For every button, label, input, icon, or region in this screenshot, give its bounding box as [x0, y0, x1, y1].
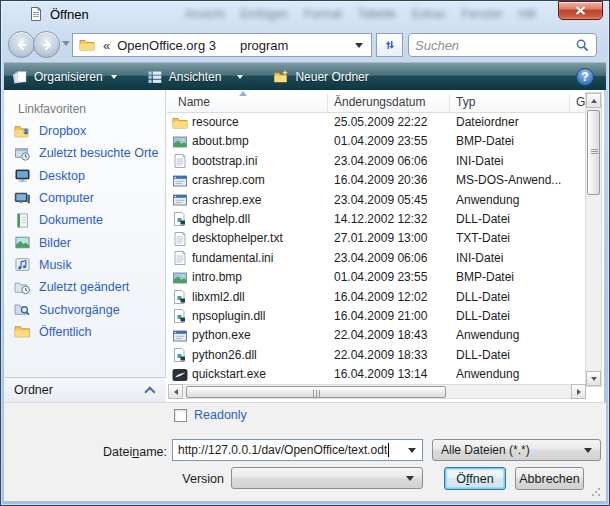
version-dropdown-button[interactable]	[402, 468, 418, 488]
sidebar-item-label: Desktop	[39, 169, 85, 183]
sidebar-item-searches[interactable]: Suchvorgänge	[4, 298, 165, 320]
filename-input[interactable]: http://127.0.0.1/dav/OpenOffice/text.odt	[172, 439, 423, 461]
vertical-scroll-thumb[interactable]	[587, 110, 600, 195]
organize-dropdown-icon	[111, 75, 117, 79]
filetype-dropdown-button[interactable]	[580, 440, 596, 460]
close-button[interactable]	[558, 1, 603, 20]
quickstart-icon	[172, 367, 188, 383]
sidebar-item-dropbox[interactable]: Dropbox	[4, 120, 165, 142]
file-rows: resource25.05.2009 22:22Dateiordnerabout…	[167, 113, 585, 384]
file-row[interactable]: desktophelper.txt27.01.2009 13:00TXT-Dat…	[167, 229, 585, 248]
background-menu-item: Tabelle	[358, 7, 396, 23]
readonly-label[interactable]: Readonly	[194, 408, 247, 422]
file-type-cell: INI-Datei	[456, 251, 574, 265]
file-type-cell: BMP-Datei	[456, 134, 574, 148]
text-file-icon	[172, 250, 188, 266]
file-row[interactable]: fundamental.ini23.04.2009 06:06INI-Datei	[167, 249, 585, 268]
file-name-cell: fundamental.ini	[192, 251, 273, 265]
background-menu-item: Format	[304, 7, 342, 23]
vertical-scrollbar[interactable]	[585, 92, 602, 387]
breadcrumb-segment-program[interactable]: program	[240, 38, 288, 53]
sidebar-item-music[interactable]: Musik	[4, 254, 165, 276]
resize-grip[interactable]	[591, 487, 601, 497]
address-dropdown-icon[interactable]	[355, 43, 363, 48]
breadcrumb-segment-openoffice[interactable]: OpenOffice.org 3	[117, 38, 216, 53]
scroll-up-button[interactable]	[586, 93, 601, 108]
readonly-checkbox[interactable]	[174, 409, 187, 422]
column-header-date[interactable]: Änderungsdatum	[334, 95, 425, 109]
filename-dropdown-button[interactable]	[404, 440, 420, 460]
application-icon	[172, 328, 188, 344]
main-area: Linkfavoriten DropboxZuletzt besuchte Or…	[4, 90, 604, 402]
file-type-cell: Anwendung	[456, 193, 574, 207]
scroll-left-button[interactable]	[168, 384, 183, 399]
column-header-size[interactable]: G	[576, 95, 585, 109]
horizontal-scroll-thumb[interactable]	[186, 386, 446, 398]
views-button[interactable]: Ansichten	[139, 65, 252, 89]
file-row[interactable]: about.bmp01.04.2009 23:55BMP-Datei	[167, 132, 585, 151]
open-button[interactable]: Öffnen	[444, 467, 506, 490]
new-folder-label: Neuer Ordner	[295, 70, 368, 84]
navigation-bar: « OpenOffice.org 3 program Suchen	[0, 28, 610, 62]
version-select[interactable]	[231, 467, 423, 489]
file-row[interactable]: quickstart.exe16.04.2009 13:14Anwendung	[167, 365, 585, 384]
filetype-select[interactable]: Alle Dateien (*.*)	[432, 439, 601, 461]
search-input[interactable]: Suchen	[408, 33, 597, 57]
file-date-cell: 01.04.2009 23:55	[334, 270, 427, 284]
refresh-button[interactable]	[376, 33, 403, 57]
sidebar-item-label: Öffentlich	[39, 325, 92, 339]
file-row[interactable]: python.exe22.04.2009 18:43Anwendung	[167, 326, 585, 345]
file-name-cell: about.bmp	[192, 134, 249, 148]
sidebar-item-recent-changed[interactable]: Zuletzt geändert	[4, 276, 165, 298]
sidebar-item-label: Musik	[39, 258, 72, 272]
file-name-cell: desktophelper.txt	[192, 231, 283, 245]
file-name-cell: libxml2.dll	[192, 290, 245, 304]
file-row[interactable]: npsoplugin.dll16.04.2009 21:00DLL-Datei	[167, 307, 585, 326]
sidebar-item-computer[interactable]: Computer	[4, 187, 165, 209]
file-row[interactable]: dbghelp.dll14.12.2002 12:32DLL-Datei	[167, 210, 585, 229]
file-type-cell: DLL-Datei	[456, 290, 574, 304]
background-menu-item: Extras	[412, 7, 446, 23]
breadcrumb-overflow-chevron[interactable]: «	[103, 38, 110, 53]
sidebar-item-pictures[interactable]: Bilder	[4, 231, 165, 253]
cancel-button[interactable]: Abbrechen	[515, 467, 584, 490]
file-row[interactable]: crashrep.com16.04.2009 20:36MS-DOS-Anwen…	[167, 171, 585, 190]
file-row[interactable]: python26.dll22.04.2009 18:33DLL-Datei	[167, 346, 585, 365]
back-button[interactable]	[8, 31, 35, 58]
column-header-type[interactable]: Typ	[456, 95, 475, 109]
breadcrumb[interactable]: « OpenOffice.org 3 program	[72, 33, 372, 57]
sidebar-item-documents[interactable]: Dokumente	[4, 209, 165, 231]
file-row[interactable]: resource25.05.2009 22:22Dateiordner	[167, 113, 585, 132]
column-header-name[interactable]: Name	[178, 95, 210, 109]
sidebar-item-desktop[interactable]: Desktop	[4, 165, 165, 187]
file-name-cell: python26.dll	[192, 348, 257, 362]
file-name-cell: npsoplugin.dll	[192, 309, 265, 323]
sidebar-item-recent-places[interactable]: Zuletzt besuchte Orte	[4, 142, 165, 164]
search-icon	[575, 38, 590, 53]
file-row[interactable]: crashrep.exe23.04.2009 05:45Anwendung	[167, 191, 585, 210]
scroll-down-button[interactable]	[586, 371, 601, 386]
file-date-cell: 01.04.2009 23:55	[334, 134, 427, 148]
folders-label: Ordner	[14, 383, 53, 397]
file-row[interactable]: libxml2.dll16.04.2009 12:02DLL-Datei	[167, 288, 585, 307]
history-dropdown-chevron[interactable]	[62, 41, 70, 46]
titlebar[interactable]: AnsichtEinfügenFormatTabelleExtrasFenste…	[0, 0, 610, 28]
background-menu-item: Einfügen	[240, 7, 287, 23]
file-name-cell: crashrep.exe	[192, 193, 261, 207]
sidebar-item-public[interactable]: Öffentlich	[4, 321, 165, 343]
open-file-dialog: AnsichtEinfügenFormatTabelleExtrasFenste…	[0, 0, 610, 506]
folders-expander[interactable]: Ordner	[4, 377, 166, 402]
sidebar-items: DropboxZuletzt besuchte OrteDesktopCompu…	[4, 120, 165, 343]
application-icon	[172, 192, 188, 208]
new-folder-button[interactable]: Neuer Ordner	[265, 65, 376, 89]
organize-button[interactable]: Organisieren	[4, 65, 125, 89]
triangle-right-icon	[577, 389, 581, 395]
scroll-right-button[interactable]	[571, 384, 586, 399]
file-type-cell: DLL-Datei	[456, 212, 574, 226]
favorites-sidebar: Linkfavoriten DropboxZuletzt besuchte Or…	[4, 90, 166, 402]
file-row[interactable]: intro.bmp01.04.2009 23:55BMP-Datei	[167, 268, 585, 287]
horizontal-scrollbar[interactable]	[168, 384, 586, 399]
forward-button[interactable]	[33, 31, 60, 58]
help-button[interactable]: ?	[576, 68, 594, 86]
file-row[interactable]: bootstrap.ini23.04.2009 06:06INI-Datei	[167, 152, 585, 171]
